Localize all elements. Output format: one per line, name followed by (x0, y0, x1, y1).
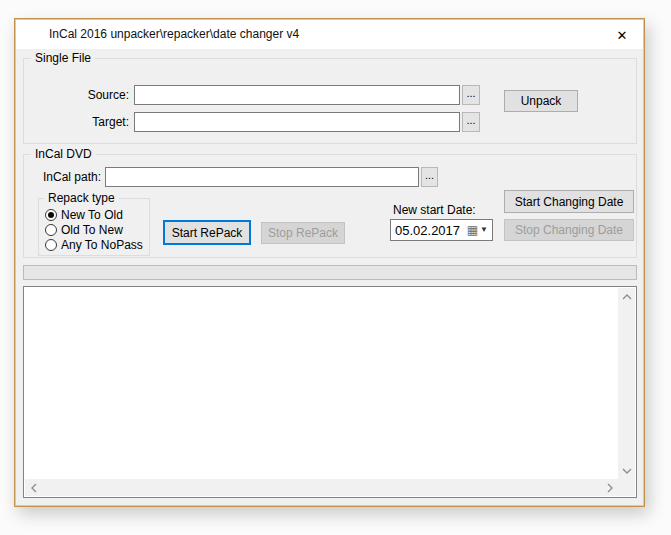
chevron-left-icon (31, 483, 37, 493)
scroll-down-button[interactable] (618, 462, 635, 479)
date-value: 05.02.2017 (395, 223, 467, 238)
new-start-date-picker[interactable]: 05.02.2017 ▦ ▼ (390, 219, 493, 241)
incal-path-browse-button[interactable]: ... (421, 167, 438, 187)
scroll-right-button[interactable] (601, 479, 618, 496)
chevron-right-icon (607, 483, 613, 493)
scroll-left-button[interactable] (25, 479, 42, 496)
new-start-date-label: New start Date: (393, 203, 476, 217)
radio-old-to-new[interactable]: Old To New (45, 222, 123, 237)
unpack-button[interactable]: Unpack (504, 90, 578, 112)
source-input[interactable] (134, 85, 460, 105)
stop-changing-date-button: Stop Changing Date (504, 219, 634, 241)
target-input[interactable] (134, 112, 460, 132)
close-icon: ✕ (617, 28, 628, 43)
window-title: InCal 2016 unpacker\repacker\date change… (49, 20, 299, 49)
radio-button-icon (45, 239, 57, 251)
target-label: Target: (55, 115, 129, 129)
stop-repack-button: Stop RePack (261, 222, 345, 244)
repack-type-group: Repack type New To Old Old To New Any To… (38, 198, 150, 256)
incal-dvd-group-label: InCal DVD (31, 147, 96, 161)
source-browse-button[interactable]: ... (462, 85, 480, 105)
start-changing-date-button[interactable]: Start Changing Date (504, 190, 634, 213)
incal-path-label: InCal path: (27, 170, 101, 184)
radio-any-to-nopass[interactable]: Any To NoPass (45, 237, 143, 252)
calendar-icon: ▦ (467, 224, 478, 236)
chevron-down-icon (622, 468, 632, 474)
incal-path-input[interactable] (105, 167, 419, 187)
log-content (28, 289, 616, 477)
dropdown-arrow-icon[interactable]: ▼ (480, 226, 488, 234)
log-output-area[interactable] (23, 286, 637, 498)
progress-bar (23, 265, 637, 280)
target-browse-button[interactable]: ... (462, 112, 480, 132)
vertical-scrollbar[interactable] (618, 288, 635, 479)
source-label: Source: (55, 88, 129, 102)
scrollbar-corner (618, 479, 635, 496)
title-bar: InCal 2016 unpacker\repacker\date change… (16, 20, 643, 49)
app-window: InCal 2016 unpacker\repacker\date change… (14, 18, 645, 507)
repack-type-group-label: Repack type (44, 191, 119, 205)
scroll-up-button[interactable] (618, 288, 635, 305)
single-file-group-label: Single File (31, 51, 95, 65)
horizontal-scrollbar[interactable] (25, 479, 618, 496)
radio-new-to-old[interactable]: New To Old (45, 207, 123, 222)
start-repack-button[interactable]: Start RePack (163, 220, 251, 245)
close-button[interactable]: ✕ (609, 25, 635, 45)
radio-button-icon (45, 224, 57, 236)
radio-button-icon (45, 209, 57, 221)
chevron-up-icon (622, 294, 632, 300)
